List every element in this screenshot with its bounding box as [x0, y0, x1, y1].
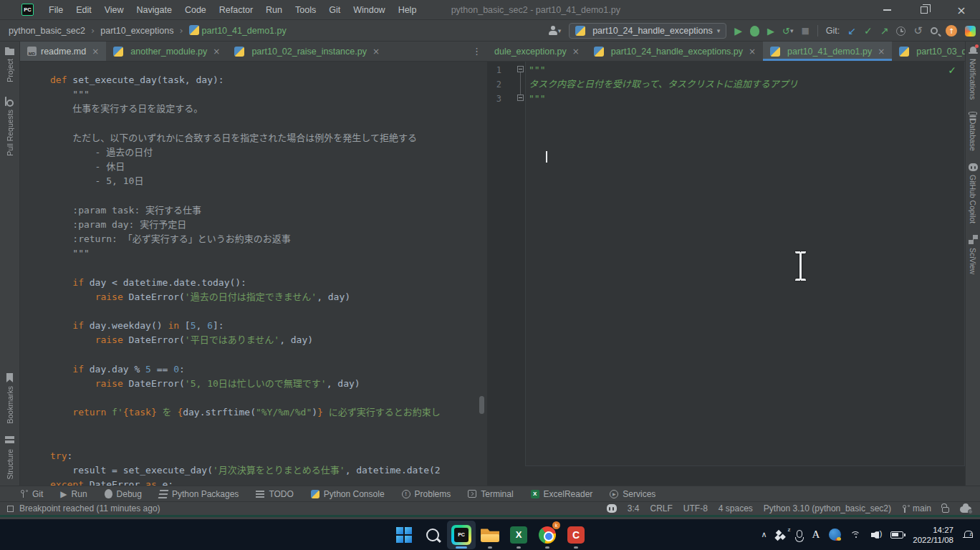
taskbar-clock[interactable]: 14:27 2022/11/08	[913, 525, 953, 545]
editor-tab-part10_24_handle_exceptions-py[interactable]: part10_24_handle_exceptions.py×	[587, 42, 763, 61]
breadcrumb-project[interactable]: python_basic_sec2	[9, 26, 85, 36]
tray-overflow-button[interactable]: ∧	[761, 530, 767, 539]
file-encoding[interactable]: UTF-8	[683, 503, 708, 513]
menu-code[interactable]: Code	[178, 2, 213, 18]
toolwindow-button-debug[interactable]: Debug	[105, 489, 142, 499]
run-with-coverage-button[interactable]: ▶	[767, 23, 774, 39]
cloud-settings-icon[interactable]	[960, 506, 971, 513]
ime-mode-indicator[interactable]: A	[812, 529, 820, 541]
git-push-button[interactable]: ↗	[880, 23, 889, 39]
stop-button[interactable]: ■	[801, 23, 809, 39]
editor-tab-another_module-py[interactable]: another_module.py×	[106, 42, 227, 61]
python-file-icon	[113, 47, 123, 57]
rollback-button[interactable]: ↺	[913, 23, 923, 39]
volume-icon[interactable]	[871, 531, 881, 539]
git-update-button[interactable]: ↙	[847, 23, 856, 39]
tab-close-icon[interactable]: ×	[572, 47, 580, 57]
tray-app-icon[interactable]	[829, 529, 841, 541]
editor-tab-dule_exception-py[interactable]: dule_exception.py×	[487, 42, 587, 61]
tab-close-icon[interactable]: ×	[749, 47, 756, 57]
tab-options-button[interactable]: ⋮	[466, 42, 487, 61]
code-with-me-button[interactable]	[965, 26, 976, 37]
menu-window[interactable]: Window	[347, 2, 391, 18]
editor-tab-part10_02_raise_instance-py[interactable]: part10_02_raise_instance.py×	[227, 42, 387, 61]
menu-tools[interactable]: Tools	[289, 2, 322, 18]
tool-stripe-button-structure[interactable]: Structure	[5, 436, 14, 480]
menu-view[interactable]: View	[98, 2, 130, 18]
fold-marker[interactable]	[517, 95, 524, 101]
tool-stripe-button-bookmarks[interactable]: Bookmarks	[5, 373, 14, 424]
battery-icon[interactable]	[890, 531, 903, 539]
tool-stripe-button-github-copilot[interactable]: GitHub Copilot	[969, 163, 978, 223]
clock-date: 2022/11/08	[913, 535, 953, 545]
taskbar-pycharm-button[interactable]: PC	[447, 521, 476, 549]
update-available-button[interactable]: ↑	[946, 25, 957, 37]
profiler-button[interactable]: ↺▾	[782, 23, 793, 39]
run-configuration-select[interactable]: part10_24_handle_exceptions ▾	[569, 23, 726, 39]
tab-close-icon[interactable]: ×	[213, 47, 220, 57]
toolwindow-button-python-packages[interactable]: Python Packages	[159, 489, 239, 499]
inspection-ok-icon[interactable]: ✓	[948, 64, 956, 76]
python-icon	[575, 26, 585, 36]
microphone-icon[interactable]	[797, 530, 802, 538]
profile-button[interactable]: ▾	[548, 23, 562, 39]
start-button[interactable]	[390, 521, 418, 549]
git-commit-button[interactable]: ✓	[864, 23, 873, 39]
menu-run[interactable]: Run	[259, 2, 289, 18]
taskbar-search-button[interactable]	[418, 521, 447, 549]
taskbar-excel-button[interactable]: X	[504, 521, 533, 549]
close-button[interactable]: ×	[943, 0, 980, 20]
taskbar-explorer-button[interactable]	[476, 521, 504, 549]
toolwindow-button-todo[interactable]: TODO	[256, 489, 293, 499]
tab-close-icon[interactable]: ×	[92, 47, 99, 57]
tab-close-icon[interactable]: ×	[373, 47, 380, 57]
debug-button[interactable]	[750, 23, 759, 39]
right-editor[interactable]: 123 """タスク内容と日付を受け取って、タスクリストに追加するアプリ""" …	[487, 62, 965, 486]
restore-button[interactable]	[905, 0, 943, 20]
indent-style[interactable]: 4 spaces	[719, 503, 753, 513]
menu-navigate[interactable]: Navigate	[130, 2, 178, 18]
wifi-icon[interactable]	[850, 531, 862, 539]
tool-stripe-button-pull-requests[interactable]: Pull Requests	[5, 97, 14, 156]
github-copilot-status-icon[interactable]	[607, 504, 617, 513]
fold-marker[interactable]	[517, 66, 524, 72]
status-message[interactable]: Breakpoint reached (11 minutes ago)	[19, 503, 160, 513]
search-everywhere-button[interactable]	[931, 23, 938, 39]
toolwindow-button-git[interactable]: Git	[20, 489, 43, 499]
taskbar-camtasia-button[interactable]: C	[562, 521, 590, 549]
menu-file[interactable]: File	[42, 2, 69, 18]
toolwindow-button-python-console[interactable]: Python Console	[311, 489, 385, 499]
tool-stripe-button-project[interactable]: Project	[5, 46, 14, 82]
editor-tab-part10_41_demo1-py[interactable]: part10_41_demo1.py×	[763, 42, 892, 61]
menu-refactor[interactable]: Refactor	[213, 2, 259, 18]
unlock-icon[interactable]	[942, 507, 949, 513]
left-editor[interactable]: def set_execute_day(task, day): """ 仕事を実…	[20, 62, 487, 486]
tool-stripe-button-notifications[interactable]: Notifications	[969, 46, 978, 100]
tool-stripe-button-database[interactable]: Database	[969, 111, 977, 151]
tab-close-icon[interactable]: ×	[878, 47, 885, 57]
menu-edit[interactable]: Edit	[69, 2, 98, 18]
git-branch-widget[interactable]: main	[902, 503, 931, 513]
minimize-button[interactable]	[868, 0, 905, 20]
breadcrumb-package[interactable]: part10_exceptions	[100, 26, 173, 36]
tool-stripe-button-sciview[interactable]: SciView	[969, 235, 978, 274]
dropbox-icon[interactable]	[776, 530, 787, 540]
left-editor-scrollbar[interactable]	[479, 396, 484, 414]
notification-bell-icon[interactable]: z	[963, 530, 973, 540]
toolwindow-button-run[interactable]: ▶Run	[60, 489, 87, 499]
line-ending[interactable]: CRLF	[650, 503, 672, 513]
python-file-icon	[770, 47, 780, 57]
toolwindow-button-terminal[interactable]: Terminal	[468, 489, 513, 499]
toolwindow-button-problems[interactable]: !Problems	[402, 489, 451, 499]
breadcrumb-file[interactable]: part10_41_demo1.py	[189, 25, 287, 36]
menu-git[interactable]: Git	[322, 2, 347, 18]
run-button[interactable]: ▶	[734, 23, 742, 39]
toolwindow-button-excelreader[interactable]: XExcelReader	[531, 489, 593, 499]
history-button[interactable]	[896, 23, 905, 39]
taskbar-chrome-button[interactable]: k	[533, 521, 562, 549]
python-interpreter[interactable]: Python 3.10 (python_basic_sec2)	[764, 503, 891, 513]
editor-tab-readme-md[interactable]: MDreadme.md×	[20, 42, 106, 61]
caret-position[interactable]: 3:4	[628, 503, 640, 513]
menu-help[interactable]: Help	[392, 2, 423, 18]
toolwindow-button-services[interactable]: ▶Services	[610, 489, 655, 499]
